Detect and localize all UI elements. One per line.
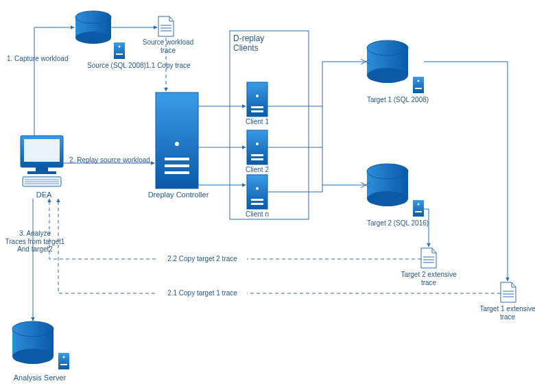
- svg-rect-4: [114, 42, 125, 59]
- target1-trace-doc-icon: [501, 282, 516, 302]
- svg-point-60: [63, 356, 65, 358]
- dreplay-controller-icon: [156, 93, 198, 188]
- svg-rect-34: [251, 203, 263, 205]
- source-db-icon: [75, 11, 111, 44]
- svg-point-57: [12, 349, 54, 364]
- client1-label: Client 1: [240, 118, 274, 126]
- clientn-label: Client n: [240, 210, 274, 219]
- edge-copy-t2: [49, 199, 421, 259]
- analysis-server-icon: [58, 353, 69, 369]
- target1-trace-label: Target 1 extensivetrace: [477, 305, 535, 321]
- client2-label: Client 2: [240, 166, 274, 174]
- clientn-icon: [247, 175, 268, 209]
- svg-rect-22: [165, 171, 189, 174]
- svg-rect-11: [24, 139, 60, 162]
- svg-rect-12: [36, 167, 48, 171]
- edge-copyt1-label: 2.1 Copy target 1 trace: [158, 289, 247, 297]
- edge-capture: [34, 27, 74, 136]
- svg-rect-30: [251, 158, 263, 160]
- analysis-server-label: Analysis Server: [5, 373, 74, 382]
- edge-capture-label: 1. Capture workload: [7, 55, 69, 63]
- dea-computer-icon: [21, 136, 63, 186]
- svg-point-40: [418, 80, 420, 82]
- target1-server-icon: [413, 77, 424, 93]
- edge-bus-t2a: [322, 182, 370, 188]
- client1-icon: [247, 82, 268, 117]
- diagram-canvas: D-replayClients Source (SQL 2008) Source…: [0, 0, 535, 392]
- svg-point-5: [119, 46, 121, 48]
- svg-point-24: [256, 95, 259, 97]
- svg-point-32: [256, 187, 259, 190]
- target2-trace-label: Target 2 extensivetrace: [398, 271, 460, 286]
- diagram-svg: [0, 0, 535, 392]
- svg-rect-21: [165, 164, 189, 167]
- edge-copyt2-label: 2.2 Copy target 2 trace: [158, 255, 247, 263]
- edge-analyze-label: 3. AnalyzeTraces from target1And target2: [4, 230, 66, 254]
- dreplay-box-title: D-replayClients: [233, 34, 302, 53]
- svg-rect-59: [58, 353, 69, 369]
- target2-server-icon: [413, 200, 424, 217]
- svg-rect-29: [251, 154, 263, 156]
- edge-replay-label: 2. Replay source workload: [65, 156, 154, 164]
- svg-rect-39: [413, 77, 424, 93]
- edge-copytrace-label: 1.1 Copy trace: [144, 62, 192, 70]
- edge-t1-to-trace: [424, 62, 508, 281]
- svg-point-28: [256, 143, 259, 145]
- source-trace-doc-icon: [158, 16, 174, 36]
- analysis-db-icon: [12, 321, 54, 364]
- svg-rect-61: [60, 364, 67, 365]
- svg-rect-48: [415, 211, 422, 212]
- client2-icon: [247, 130, 268, 164]
- svg-rect-20: [165, 158, 189, 160]
- dreplay-controller-label: Dreplay Controller: [144, 191, 213, 199]
- source-trace-label: Source workloadtrace: [141, 38, 195, 54]
- svg-rect-26: [251, 110, 263, 112]
- svg-rect-41: [415, 88, 422, 89]
- svg-rect-6: [116, 53, 123, 55]
- edge-t2-to-trace: [424, 209, 429, 247]
- svg-rect-46: [413, 200, 424, 217]
- dea-label: DEA: [30, 191, 58, 199]
- svg-point-2: [75, 32, 111, 44]
- svg-rect-25: [251, 106, 263, 108]
- target2-label: Target 2 (SQL 2016): [353, 219, 442, 228]
- target1-label: Target 1 (SQL 2008): [353, 96, 442, 104]
- target2-db-icon: [367, 164, 408, 206]
- svg-rect-13: [27, 171, 56, 174]
- svg-point-37: [367, 68, 408, 83]
- target1-db-icon: [367, 40, 408, 83]
- target2-trace-doc-icon: [421, 248, 436, 268]
- source-server-icon: [114, 42, 125, 59]
- svg-point-19: [175, 142, 179, 146]
- svg-point-44: [367, 191, 408, 206]
- svg-rect-33: [251, 199, 263, 201]
- edge-bus-t1a: [322, 59, 370, 64]
- svg-point-47: [418, 204, 420, 206]
